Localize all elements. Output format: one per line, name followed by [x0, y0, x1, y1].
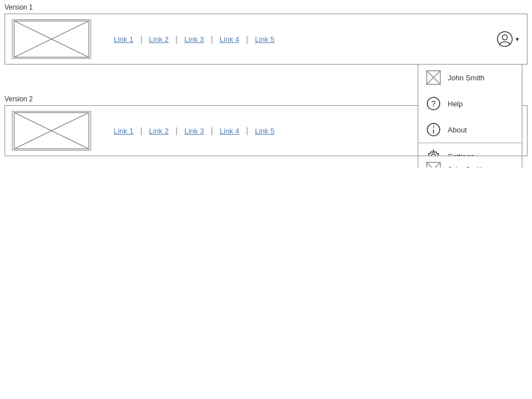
version1-section: Version 1 Link 1 | Link 2 | Link 3 | Lin…	[0, 0, 532, 65]
nav-links-v1: Link 1 | Link 2 | Link 3 | Link 4 | Link…	[114, 35, 496, 44]
logo-v1	[12, 19, 91, 59]
navbar-v1: Link 1 | Link 2 | Link 3 | Link 4 | Link…	[5, 14, 527, 65]
nav-link-1-v2[interactable]: Link 1	[114, 127, 140, 135]
nav-link-4-v2[interactable]: Link 4	[213, 127, 246, 135]
dropdown-menu-v2: John Smith i About Settings	[418, 156, 522, 168]
dropdown-about-label-v1: About	[448, 126, 467, 134]
dropdown-help-label-v1: Help	[448, 100, 463, 108]
version1-label: Version 1	[0, 0, 532, 14]
dropdown-menu-v1: John Smith ? Help i About	[418, 64, 522, 168]
dropdown-item-help-v1[interactable]: ? Help	[418, 91, 522, 117]
image-placeholder-icon-v2	[426, 162, 441, 168]
info-circle-icon-v1: i	[426, 122, 441, 137]
nav-link-4-v1[interactable]: Link 4	[213, 35, 246, 44]
dropdown-item-user-v2[interactable]: John Smith	[418, 156, 522, 168]
dropdown-arrow-v1: ▼	[514, 36, 520, 42]
user-button-v1[interactable]: ▼	[496, 31, 520, 48]
user-icon-v1	[496, 31, 513, 48]
nav-link-5-v2[interactable]: Link 5	[248, 127, 281, 135]
nav-link-5-v1[interactable]: Link 5	[248, 35, 281, 44]
dropdown-user-label-v1: John Smith	[448, 74, 484, 82]
nav-link-2-v1[interactable]: Link 2	[142, 35, 175, 44]
dropdown-item-user-v1[interactable]: John Smith	[418, 65, 522, 91]
logo-v2	[12, 111, 91, 151]
dropdown-user-label-v2: John Smith	[448, 165, 484, 168]
nav-link-3-v2[interactable]: Link 3	[178, 127, 211, 135]
nav-link-2-v2[interactable]: Link 2	[142, 127, 175, 135]
nav-link-1-v1[interactable]: Link 1	[114, 35, 140, 44]
svg-point-4	[503, 35, 508, 40]
nav-right-v1: ▼	[496, 31, 520, 48]
nav-link-3-v1[interactable]: Link 3	[178, 35, 211, 44]
svg-text:i: i	[433, 123, 434, 130]
help-circle-icon-v1: ?	[426, 96, 441, 111]
svg-text:?: ?	[431, 99, 436, 108]
image-placeholder-icon-v1	[426, 70, 441, 85]
dropdown-item-about-v1[interactable]: i About	[418, 117, 522, 143]
